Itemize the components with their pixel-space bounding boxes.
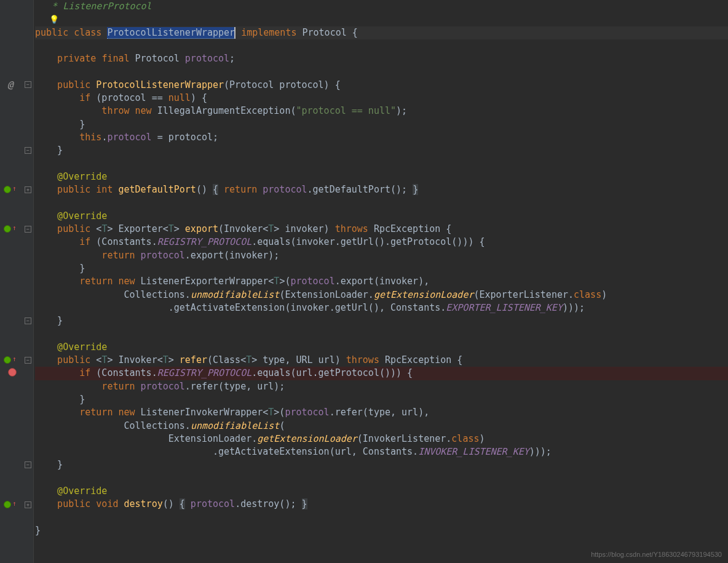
code-line[interactable]: public ProtocolListenerWrapper(Protocol …: [35, 79, 728, 92]
code-line[interactable]: @Override: [35, 341, 728, 354]
navigate-up-icon[interactable]: ↑: [12, 355, 17, 363]
code-line[interactable]: public class ProtocolListenerWrapper imp…: [35, 26, 728, 39]
code-line[interactable]: public void destroy() { protocol.destroy…: [35, 498, 728, 511]
fold-toggle[interactable]: [25, 501, 31, 508]
code-line[interactable]: private final Protocol protocol;: [35, 52, 728, 65]
code-line[interactable]: * ListenerProtocol: [35, 0, 728, 13]
class-name: ProtocolListenerWrapper: [107, 27, 235, 39]
code-line[interactable]: [35, 511, 728, 524]
code-line[interactable]: }: [35, 118, 728, 131]
code-line[interactable]: [35, 327, 728, 340]
code-line[interactable]: if (Constants.REGISTRY_PROTOCOL.equals(i…: [35, 236, 728, 249]
code-line[interactable]: }: [35, 393, 728, 406]
code-line[interactable]: [35, 196, 728, 209]
code-line[interactable]: @Override: [35, 210, 728, 223]
code-line[interactable]: public <T> Invoker<T> refer(Class<T> typ…: [35, 354, 728, 367]
code-line[interactable]: .getActivateExtension(invoker.getUrl(), …: [35, 301, 728, 314]
comment: * ListenerProtocol: [35, 1, 152, 12]
code-line[interactable]: return new ListenerInvokerWrapper<T>(pro…: [35, 406, 728, 419]
fold-toggle[interactable]: [25, 226, 31, 233]
navigate-up-icon[interactable]: ↑: [12, 185, 17, 193]
fold-toggle[interactable]: [25, 461, 31, 468]
editor: @ ↑ ↑ ↑ ↑ * ListenerProtocol 💡 public cl…: [0, 0, 728, 563]
code-area[interactable]: * ListenerProtocol 💡 public class Protoc…: [34, 0, 728, 563]
code-line[interactable]: [35, 158, 728, 170]
fold-toggle[interactable]: [25, 357, 31, 364]
watermark: https://blog.csdn.net/Y18630246793194530: [591, 551, 722, 558]
fold-toggle[interactable]: [25, 81, 31, 88]
code-line[interactable]: throw new IllegalArgumentException("prot…: [35, 105, 728, 118]
code-line[interactable]: 💡: [35, 13, 728, 26]
intention-bulb-icon[interactable]: 💡: [35, 15, 59, 24]
override-icon[interactable]: [4, 186, 11, 193]
code-line[interactable]: public int getDefaultPort() { return pro…: [35, 183, 728, 196]
code-line[interactable]: }: [35, 314, 728, 327]
code-line[interactable]: }: [35, 262, 728, 275]
code-line[interactable]: [35, 472, 728, 485]
override-icon[interactable]: [4, 356, 11, 364]
code-line[interactable]: }: [35, 458, 728, 471]
code-line[interactable]: @Override: [35, 485, 728, 498]
fold-toggle[interactable]: [25, 147, 31, 154]
class-marker-icon[interactable]: @: [7, 79, 14, 90]
code-line[interactable]: Collections.unmodifiableList(ExtensionLo…: [35, 289, 728, 301]
gutter: @ ↑ ↑ ↑ ↑: [0, 0, 34, 563]
breakpoint-icon[interactable]: [8, 368, 17, 377]
code-line[interactable]: return protocol.export(invoker);: [35, 249, 728, 262]
code-line[interactable]: }: [35, 524, 728, 537]
code-line[interactable]: public <T> Exporter<T> export(Invoker<T>…: [35, 223, 728, 236]
fold-toggle[interactable]: [25, 186, 31, 193]
code-line[interactable]: ExtensionLoader.getExtensionLoader(Invok…: [35, 433, 728, 445]
override-icon[interactable]: [4, 225, 11, 233]
code-line[interactable]: }: [35, 144, 728, 157]
code-line[interactable]: [35, 39, 728, 52]
fold-toggle[interactable]: [25, 317, 31, 324]
code-line[interactable]: this.protocol = protocol;: [35, 131, 728, 144]
override-icon[interactable]: [4, 501, 11, 508]
code-line[interactable]: return protocol.refer(type, url);: [35, 380, 728, 393]
code-line[interactable]: [35, 65, 728, 78]
navigate-up-icon[interactable]: ↑: [12, 224, 17, 232]
code-line[interactable]: .getActivateExtension(url, Constants.INV…: [35, 445, 728, 458]
navigate-up-icon[interactable]: ↑: [12, 500, 17, 508]
code-line[interactable]: Collections.unmodifiableList(: [35, 420, 728, 433]
code-line[interactable]: @Override: [35, 170, 728, 183]
code-line[interactable]: if (Constants.REGISTRY_PROTOCOL.equals(u…: [35, 367, 728, 380]
code-line[interactable]: return new ListenerExporterWrapper<T>(pr…: [35, 275, 728, 288]
code-line[interactable]: if (protocol == null) {: [35, 92, 728, 105]
